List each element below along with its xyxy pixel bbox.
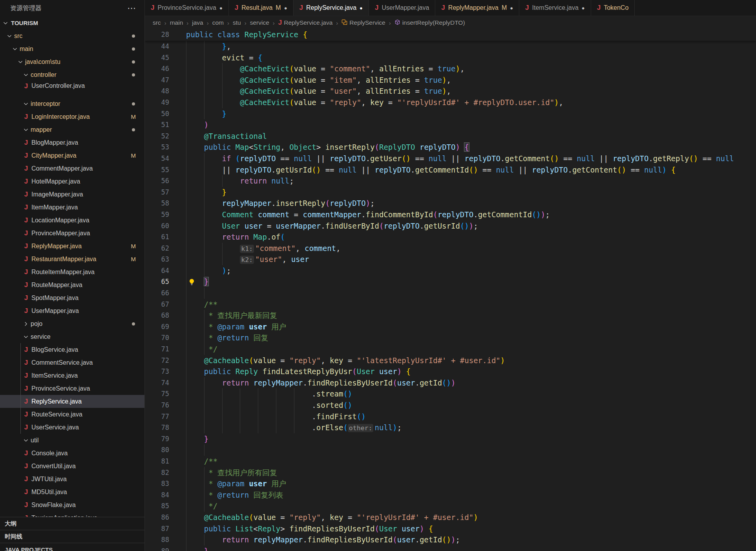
line-number[interactable]: 54 bbox=[145, 153, 169, 164]
file-row-usercontroller-java[interactable]: JUserController.java bbox=[0, 81, 144, 97]
line-number[interactable]: 52 bbox=[145, 131, 169, 142]
file-row-routeitemmapper-java[interactable]: JRouteItemMapper.java bbox=[0, 265, 144, 278]
file-row-commentmapper-java[interactable]: JCommentMapper.java bbox=[0, 162, 144, 175]
file-row-imagemapper-java[interactable]: JImageMapper.java bbox=[0, 188, 144, 201]
breadcrumb-item-src[interactable]: src bbox=[153, 19, 161, 26]
code-line-65[interactable]: 65 } bbox=[145, 276, 756, 287]
code-line-80[interactable]: 80 bbox=[145, 444, 756, 456]
line-number[interactable]: 75 bbox=[145, 388, 169, 400]
line-number[interactable]: 82 bbox=[145, 467, 169, 478]
file-row-itemmapper-java[interactable]: JItemMapper.java bbox=[0, 201, 144, 214]
code-line-78[interactable]: 78 .orElse(other:null); bbox=[145, 422, 756, 433]
tab-tokenco[interactable]: JTokenCo bbox=[591, 0, 635, 16]
code-line-67[interactable]: 67 /** bbox=[145, 299, 756, 310]
tab-result-java[interactable]: JResult.javaM● bbox=[229, 0, 294, 16]
line-number[interactable]: 87 bbox=[145, 523, 169, 535]
code-line-75[interactable]: 75 .stream() bbox=[145, 388, 756, 400]
line-number[interactable]: 74 bbox=[145, 377, 169, 389]
code-line-49[interactable]: 49 @CacheEvict(value = "reply", key = "'… bbox=[145, 97, 756, 108]
code-line-87[interactable]: 87 public List<Reply> findRepliesByUserI… bbox=[145, 523, 756, 535]
line-number[interactable]: 83 bbox=[145, 478, 169, 489]
code-line-81[interactable]: 81 /** bbox=[145, 456, 756, 467]
line-number[interactable]: 64 bbox=[145, 265, 169, 276]
code-line-71[interactable]: 71 */ bbox=[145, 344, 756, 355]
file-row-itemservice-java[interactable]: JItemService.java bbox=[0, 369, 144, 382]
line-number[interactable]: 72 bbox=[145, 355, 169, 366]
code-line-83[interactable]: 83 * @param user 用户 bbox=[145, 478, 756, 489]
file-row-replymapper-java[interactable]: JReplyMapper.javaM bbox=[0, 240, 144, 253]
line-number[interactable]: 81 bbox=[145, 456, 169, 467]
code-line-61[interactable]: 61 return Map.of( bbox=[145, 231, 756, 243]
file-row-blogservice-java[interactable]: JBlogService.java bbox=[0, 343, 144, 356]
file-row-locationmapper-java[interactable]: JLocationMapper.java bbox=[0, 214, 144, 227]
tab-itemservice-java[interactable]: JItemService.java● bbox=[519, 0, 591, 16]
line-number[interactable]: 57 bbox=[145, 187, 169, 198]
more-actions-icon[interactable]: ⋯ bbox=[127, 6, 137, 10]
file-row-jwtutil-java[interactable]: JJWTUtil.java bbox=[0, 473, 144, 486]
file-row-md5util-java[interactable]: JMD5Util.java bbox=[0, 486, 144, 498]
line-number[interactable]: 80 bbox=[145, 444, 169, 456]
line-number[interactable]: 78 bbox=[145, 422, 169, 433]
breadcrumb-item-replyservice[interactable]: ReplyService bbox=[341, 19, 385, 27]
folder-row-service[interactable]: service bbox=[0, 330, 144, 343]
line-number[interactable]: 59 bbox=[145, 209, 169, 220]
code-line-88[interactable]: 88 return replyMapper.findRepliesByUserI… bbox=[145, 534, 756, 546]
line-number[interactable]: 50 bbox=[145, 108, 169, 120]
line-number[interactable]: 61 bbox=[145, 231, 169, 243]
line-number[interactable]: 55 bbox=[145, 164, 169, 176]
code-line-48[interactable]: 48 @CacheEvict(value = "user", allEntrie… bbox=[145, 85, 756, 97]
line-number[interactable]: 71 bbox=[145, 344, 169, 355]
code-line-57[interactable]: 57 } bbox=[145, 187, 756, 198]
code-line-63[interactable]: 63 k2:"user", user bbox=[145, 254, 756, 265]
file-row-spotmapper-java[interactable]: JSpotMapper.java bbox=[0, 291, 144, 304]
lightbulb-icon[interactable] bbox=[188, 278, 195, 289]
code-line-54[interactable]: 54 if (replyDTO == null || replyDTO.getU… bbox=[145, 153, 756, 164]
folder-row-util[interactable]: util bbox=[0, 434, 144, 447]
folder-row-interceptor[interactable]: interceptor bbox=[0, 97, 144, 110]
line-number[interactable]: 62 bbox=[145, 243, 169, 254]
breadcrumb-item-java[interactable]: java bbox=[192, 19, 203, 26]
code-line-53[interactable]: 53 public Map<String, Object> insertRepl… bbox=[145, 142, 756, 153]
code-line-84[interactable]: 84 * @return 回复列表 bbox=[145, 489, 756, 501]
code-line-47[interactable]: 47 @CacheEvict(value = "item", allEntrie… bbox=[145, 75, 756, 86]
line-number[interactable]: 84 bbox=[145, 489, 169, 501]
file-row-convertutil-java[interactable]: JConvertUtil.java bbox=[0, 460, 144, 473]
project-header[interactable]: TOURISM bbox=[0, 16, 144, 29]
breadcrumb-item-replyservice-java[interactable]: JReplyService.java bbox=[278, 19, 333, 27]
code-line-89[interactable]: 89 } bbox=[145, 546, 756, 551]
file-row-provinceservice-java[interactable]: JProvinceService.java bbox=[0, 382, 144, 395]
file-row-tourismapplication-java[interactable]: JTourismApplication.java bbox=[0, 511, 144, 517]
file-row-console-java[interactable]: JConsole.java bbox=[0, 447, 144, 460]
breadcrumb-item-stu[interactable]: stu bbox=[233, 19, 241, 26]
line-number[interactable]: 77 bbox=[145, 411, 169, 422]
code-line-59[interactable]: 59 Comment comment = commentMapper.findC… bbox=[145, 209, 756, 220]
line-number[interactable]: 86 bbox=[145, 512, 169, 523]
code-line-79[interactable]: 79 } bbox=[145, 433, 756, 445]
file-row-snowflake-java[interactable]: JSnowFlake.java bbox=[0, 498, 144, 511]
code-line-64[interactable]: 64 ); bbox=[145, 265, 756, 276]
line-number[interactable]: 70 bbox=[145, 332, 169, 344]
code-line-72[interactable]: 72 @Cacheable(value = "reply", key = "'l… bbox=[145, 355, 756, 366]
file-row-restaurantmapper-java[interactable]: JRestaurantMapper.javaM bbox=[0, 253, 144, 265]
line-number[interactable]: 46 bbox=[145, 63, 169, 75]
timeline-section[interactable]: 时间线 bbox=[0, 530, 145, 543]
code-line-73[interactable]: 73 public Reply findLatestReplyByUsr(Use… bbox=[145, 366, 756, 377]
code-line-62[interactable]: 62 k1:"comment", comment, bbox=[145, 243, 756, 254]
line-number[interactable]: 69 bbox=[145, 321, 169, 333]
line-number[interactable]: 56 bbox=[145, 175, 169, 187]
code-line-76[interactable]: 76 .sorted() bbox=[145, 400, 756, 411]
tab-replyservice-java[interactable]: JReplyService.java● bbox=[294, 0, 369, 16]
tab-usermapper-java[interactable]: JUserMapper.java bbox=[369, 0, 435, 16]
breadcrumb-item-com[interactable]: com bbox=[212, 19, 224, 26]
code-line-51[interactable]: 51 ) bbox=[145, 119, 756, 131]
line-number[interactable]: 44 bbox=[145, 41, 169, 52]
folder-row-mapper[interactable]: mapper bbox=[0, 123, 144, 136]
code-line-44[interactable]: 44 }, bbox=[145, 41, 756, 52]
outline-section[interactable]: 大纲 bbox=[0, 517, 145, 530]
tab-provinceservice-java[interactable]: JProvinceService.java● bbox=[145, 0, 229, 16]
code-line-28[interactable]: 28public class ReplyService { bbox=[145, 29, 756, 40]
code-line-77[interactable]: 77 .findFirst() bbox=[145, 411, 756, 422]
line-number[interactable]: 73 bbox=[145, 366, 169, 377]
line-number[interactable]: 48 bbox=[145, 85, 169, 97]
line-number[interactable]: 85 bbox=[145, 500, 169, 512]
